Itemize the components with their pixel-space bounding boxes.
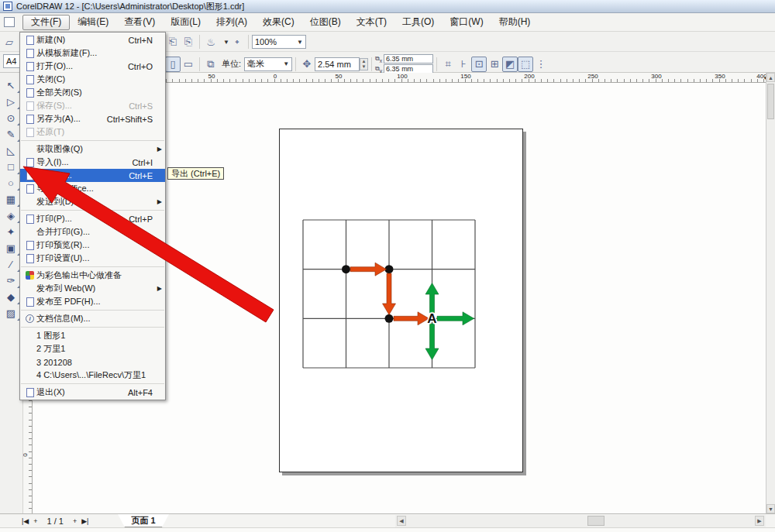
landscape-icon[interactable]: ▭ [181, 57, 196, 72]
h-ruler-label: 350 [715, 73, 725, 80]
snap-to-objects-icon[interactable]: ⊡ [471, 57, 487, 72]
add-page-before-button[interactable]: + [33, 517, 37, 525]
pick-tool[interactable]: ↖ [2, 77, 20, 94]
page-tab[interactable]: 页面 1 [118, 514, 169, 527]
scroll-left-icon[interactable]: ◀ [397, 516, 406, 526]
zoom-tool[interactable]: ⊙ [2, 110, 20, 126]
menu-item-recent-4[interactable]: 4 C:\Users\...\FileRecv\万里1 [20, 369, 165, 382]
shape-tool[interactable]: ▷ [2, 94, 20, 110]
menu-edit[interactable]: 编辑(E) [70, 15, 116, 30]
menu-item-print-preview[interactable]: 打印预览(R)... [20, 239, 165, 252]
interactive-fill-tool[interactable]: ▨ [2, 305, 20, 321]
vertical-scrollbar[interactable]: ▲ ▼ [766, 73, 775, 513]
menu-item-document-info[interactable]: i文档信息(M)... [20, 312, 165, 325]
menu-item-print[interactable]: 打印(P)...Ctrl+P [20, 212, 165, 225]
h-ruler-label: 150 [460, 73, 470, 80]
application-launcher-icon[interactable]: ♨ [203, 34, 219, 50]
menu-item-publish-to-web[interactable]: 发布到 Web(W)▶ [20, 282, 165, 295]
graph-paper-tool[interactable]: ▦ [2, 191, 20, 208]
units-combo[interactable]: 毫米 ▼ [244, 57, 292, 71]
menu-item-send-to[interactable]: 发送到(D)▶ [20, 195, 165, 208]
corel-online-icon[interactable]: ᛭ [229, 34, 245, 50]
menu-item-close-all[interactable]: 全部关闭(S) [20, 86, 165, 99]
horizontal-scroll-thumb[interactable] [587, 516, 604, 526]
menu-bitmaps[interactable]: 位图(B) [302, 15, 349, 30]
scroll-down-icon[interactable]: ▼ [766, 504, 775, 513]
menu-separator [21, 140, 164, 141]
zoom-level-combo[interactable]: 100% ▼ [252, 35, 306, 49]
document-mdi-icon[interactable] [4, 17, 15, 27]
menu-tools[interactable]: 工具(O) [394, 15, 442, 30]
document-page[interactable]: A [279, 129, 523, 472]
menu-help[interactable]: 帮助(H) [491, 15, 539, 30]
status-bar [0, 527, 775, 532]
new-document-icon[interactable]: ▱ [2, 34, 17, 50]
eyedropper-tool[interactable]: ∕ [2, 256, 20, 273]
text-tool[interactable]: ✦ [2, 224, 20, 240]
node-label-a: A [427, 311, 436, 326]
freehand-tool[interactable]: ✎ [2, 126, 20, 142]
rectangle-tool[interactable]: □ [2, 159, 20, 175]
grid-drawing: A [280, 129, 524, 473]
menu-item-prepare-for-service-bureau[interactable]: 为彩色输出中心做准备 [20, 269, 165, 282]
menu-window[interactable]: 窗口(W) [442, 15, 491, 30]
menu-item-close[interactable]: 关闭(C) [20, 73, 165, 86]
nudge-spinner[interactable]: ▲▼ [360, 58, 368, 70]
menu-item-exit[interactable]: 退出(X)Alt+F4 [20, 386, 165, 399]
ellipse-tool[interactable]: ○ [2, 175, 20, 191]
menu-item-recent-1[interactable]: 1 图形1 [20, 329, 165, 342]
menu-item-import[interactable]: 导入(I)...Ctrl+I [20, 156, 165, 169]
interactive-blend-tool[interactable]: ▣ [2, 240, 20, 256]
menu-item-recent-3[interactable]: 3 201208 [20, 355, 165, 369]
duplicate-x-value: 6.35 mm [386, 55, 413, 63]
menu-text[interactable]: 文本(T) [349, 15, 394, 30]
set-default-page-icon[interactable]: ⧉ [203, 57, 219, 72]
import-icon[interactable]: ⎗ [165, 34, 181, 50]
units-label: 单位: [222, 58, 241, 70]
menu-item-publish-to-pdf[interactable]: 发布至 PDF(H)... [20, 295, 165, 308]
h-ruler-label: 0 [274, 73, 277, 80]
basic-shapes-tool[interactable]: ◈ [2, 208, 20, 224]
snap-to-guidelines-icon[interactable]: ⊦ [456, 57, 471, 72]
add-page-after-button[interactable]: + [73, 517, 77, 525]
scroll-up-icon[interactable]: ▲ [766, 73, 775, 82]
menu-arrange[interactable]: 排列(A) [208, 15, 255, 30]
menu-item-acquire-image[interactable]: 获取图像(Q)▶ [20, 142, 165, 156]
menu-item-export-office[interactable]: 导出为 Office... [20, 182, 165, 195]
outline-tool[interactable]: ✑ [2, 273, 20, 289]
scroll-right-icon[interactable]: ▶ [755, 516, 764, 526]
nudge-offset-value: 2.54 mm [318, 60, 351, 69]
portrait-icon[interactable]: ▯ [165, 57, 181, 72]
close-all-icon [23, 88, 36, 98]
h-ruler-label: 300 [651, 73, 661, 80]
menu-view[interactable]: 查看(V) [116, 15, 163, 30]
snap-to-grid-icon[interactable]: ⌗ [440, 57, 456, 72]
first-page-button[interactable]: |◀ [22, 517, 29, 525]
launcher-dropdown-caret[interactable]: ▼ [223, 39, 229, 46]
h-ruler-label: 250 [587, 73, 598, 80]
menu-layout[interactable]: 版面(L) [163, 15, 208, 30]
menu-item-print-merge[interactable]: 合并打印(G)... [20, 225, 165, 239]
menu-item-save: 保存(S)...Ctrl+S [20, 99, 165, 112]
menu-item-new[interactable]: 新建(N)Ctrl+N [20, 33, 165, 46]
property-options-icon[interactable]: ⋮ [533, 57, 549, 72]
menu-item-print-setup[interactable]: 打印设置(U)... [20, 252, 165, 265]
dynamic-guides-icon[interactable]: ⊞ [487, 57, 502, 72]
duplicate-x-field[interactable]: 6.35 mm [384, 54, 433, 63]
menu-effects[interactable]: 效果(C) [255, 15, 302, 30]
menu-item-save-as[interactable]: 另存为(A)...Ctrl+Shift+S [20, 112, 165, 125]
horizontal-scrollbar[interactable]: ◀ ▶ [395, 515, 766, 527]
smart-drawing-tool[interactable]: ◺ [2, 142, 20, 159]
menu-item-open[interactable]: 打开(O)...Ctrl+O [20, 60, 165, 73]
nudge-offset-field[interactable]: 2.54 mm [315, 57, 360, 71]
last-page-button[interactable]: ▶| [81, 517, 88, 525]
fill-tool[interactable]: ◆ [2, 289, 20, 305]
vertical-scroll-thumb[interactable] [767, 84, 774, 119]
menu-item-export[interactable]: 导出(E)...Ctrl+E [20, 169, 165, 182]
treat-as-filled-icon[interactable]: ◩ [502, 57, 518, 72]
menu-item-new-from-template[interactable]: 从模板新建(F)... [20, 46, 165, 60]
menu-item-recent-2[interactable]: 2 万里1 [20, 342, 165, 355]
export-icon[interactable]: ⎘ [181, 34, 196, 50]
marquee-select-icon[interactable]: ⬚ [518, 57, 533, 72]
menu-file[interactable]: 文件(F) [22, 15, 70, 30]
